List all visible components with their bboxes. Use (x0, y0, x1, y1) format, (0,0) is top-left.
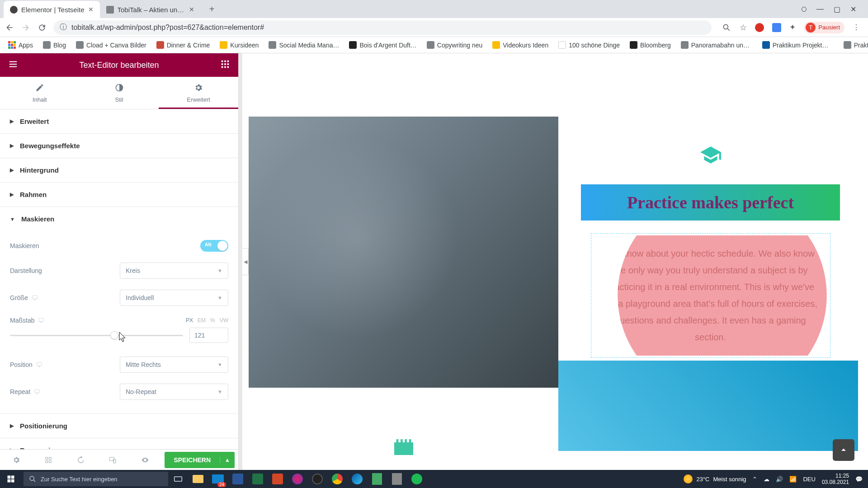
mask-toggle[interactable]: AN (200, 240, 228, 252)
edge-button[interactable] (347, 470, 367, 488)
powerpoint-button[interactable] (268, 470, 288, 488)
desktop-icon[interactable] (34, 389, 40, 395)
size-select[interactable]: Individuell▼ (120, 290, 228, 306)
unit-switcher[interactable]: PXEM%VW (186, 317, 228, 324)
section-border[interactable]: ▶Rahmen (0, 183, 238, 206)
mail-button[interactable]: 24 (208, 470, 228, 488)
obs-button[interactable] (307, 470, 327, 488)
close-icon[interactable]: ✕ (189, 6, 194, 13)
repeat-select[interactable]: No-Repeat▼ (120, 384, 228, 400)
weather-widget[interactable]: 23°CMeist sonnig (684, 474, 746, 483)
apps-button[interactable]: Apps (5, 39, 37, 51)
tray-chevron[interactable]: ⌃ (752, 476, 757, 483)
scale-input[interactable] (189, 328, 228, 343)
desktop-icon[interactable] (38, 317, 44, 324)
history-button[interactable] (65, 450, 97, 470)
bookmark[interactable]: Bloomberg (626, 39, 675, 51)
scroll-top-button[interactable] (833, 439, 854, 461)
responsive-button[interactable] (97, 450, 129, 470)
task-view-button[interactable] (168, 470, 188, 488)
panel-scrollbar[interactable] (239, 53, 242, 470)
bookmark[interactable]: Kursideen (216, 39, 262, 51)
tab-style[interactable]: Stil (80, 77, 159, 109)
bookmark[interactable]: Dinner & Crime (153, 39, 214, 51)
section-advanced[interactable]: ▶Erweitert (0, 109, 238, 133)
section-responsive[interactable]: ▶Responsiv (0, 438, 238, 449)
save-button[interactable]: SPEICHERN▲ (165, 452, 235, 468)
zoom-icon[interactable] (722, 23, 731, 33)
clock[interactable]: 11:2503.08.2021 (822, 473, 849, 486)
app-button[interactable] (288, 470, 307, 488)
back-button[interactable] (5, 23, 14, 33)
notifications-button[interactable]: 💬 (855, 476, 863, 483)
excel-button[interactable] (248, 470, 268, 488)
tab-content[interactable]: Inhalt (0, 77, 80, 109)
section-positioning[interactable]: ▶Positionierung (0, 414, 238, 438)
bookmark[interactable]: Bois d'Argent Duft… (345, 39, 420, 51)
navigator-button[interactable] (32, 450, 64, 470)
bookmark[interactable]: 100 schöne Dinge (555, 39, 623, 51)
bookmark[interactable]: Praktikum Projektm… (759, 39, 837, 51)
section-mask[interactable]: ▼Maskieren (0, 207, 238, 231)
chrome-button[interactable] (327, 470, 347, 488)
unit-px[interactable]: PX (186, 317, 193, 324)
section-background[interactable]: ▶Hintergrund (0, 158, 238, 182)
extensions-button[interactable]: ✦ (789, 23, 796, 32)
extension-icon[interactable] (755, 23, 764, 32)
preview-button[interactable] (129, 450, 161, 470)
word-button[interactable] (228, 470, 248, 488)
profile-badge[interactable]: TPausiert (804, 22, 844, 33)
close-icon[interactable]: ✕ (88, 6, 94, 13)
browser-tab-0[interactable]: Elementor | Testseite✕ (4, 1, 100, 18)
star-icon[interactable]: ☆ (740, 23, 747, 33)
extension-icon[interactable] (772, 23, 781, 32)
collapse-panel-button[interactable]: ◀ (242, 248, 249, 275)
settings-button[interactable] (0, 450, 32, 470)
forward-button[interactable] (21, 23, 31, 33)
start-button[interactable] (0, 470, 22, 488)
unit-vw[interactable]: VW (220, 317, 228, 324)
maximize-icon[interactable]: ▢ (834, 5, 840, 14)
hero-image[interactable] (249, 117, 558, 388)
bookmark[interactable]: Blog (39, 39, 70, 51)
url-input[interactable]: ⓘtobitalk.at/wp-admin/post.php?post=627&… (53, 20, 712, 35)
bookmark[interactable]: Praktikum WU (840, 39, 868, 51)
bookmark[interactable]: Cload + Canva Bilder (72, 39, 150, 51)
bookmark[interactable]: Copywriting neu (423, 39, 486, 51)
volume-icon[interactable]: 🔊 (776, 476, 783, 483)
tab-advanced[interactable]: Erweitert (159, 77, 238, 109)
onedrive-icon[interactable]: ☁ (764, 476, 769, 483)
minimize-icon[interactable]: — (816, 5, 824, 13)
section-motion[interactable]: ▶Bewegungseffekte (0, 134, 238, 158)
shape-select[interactable]: Kreis▼ (120, 263, 228, 279)
close-window-icon[interactable]: ✕ (850, 5, 856, 14)
desktop-icon[interactable] (36, 361, 42, 368)
heading-widget[interactable]: Practice makes perfect (581, 184, 840, 221)
browser-tab-1[interactable]: TobiTalk – Aktien und persönlich…✕ (100, 1, 201, 18)
position-select[interactable]: Mitte Rechts▼ (120, 357, 228, 373)
bookmark[interactable]: Panoramabahn und… (677, 39, 756, 51)
scale-slider[interactable] (10, 335, 183, 336)
app-button[interactable] (387, 470, 407, 488)
explorer-button[interactable] (188, 470, 208, 488)
new-tab-button[interactable]: + (204, 1, 220, 17)
widgets-button[interactable] (217, 56, 233, 74)
unit-em[interactable]: EM (198, 317, 206, 324)
taskbar-search[interactable]: Zur Suche Text hier eingeben (24, 472, 168, 486)
bookmark[interactable]: Videokurs Ideen (489, 39, 552, 51)
text-widget-selected[interactable]: We know about your hectic schedule. We a… (591, 233, 830, 358)
reload-button[interactable] (37, 23, 47, 33)
app-button[interactable] (367, 470, 387, 488)
save-options[interactable]: ▲ (220, 457, 235, 463)
lang-indicator[interactable]: DEU (803, 476, 815, 483)
record-icon[interactable] (802, 7, 807, 12)
wifi-icon[interactable]: 📶 (789, 476, 797, 483)
unit-pct[interactable]: % (210, 317, 215, 324)
menu-button[interactable] (5, 56, 21, 74)
bookmark[interactable]: Social Media Mana… (265, 39, 343, 51)
secondary-image[interactable] (558, 361, 858, 451)
desktop-icon[interactable] (32, 295, 38, 301)
menu-icon[interactable]: ⋮ (853, 23, 860, 32)
spotify-button[interactable] (407, 470, 427, 488)
slider-thumb[interactable] (110, 331, 118, 339)
